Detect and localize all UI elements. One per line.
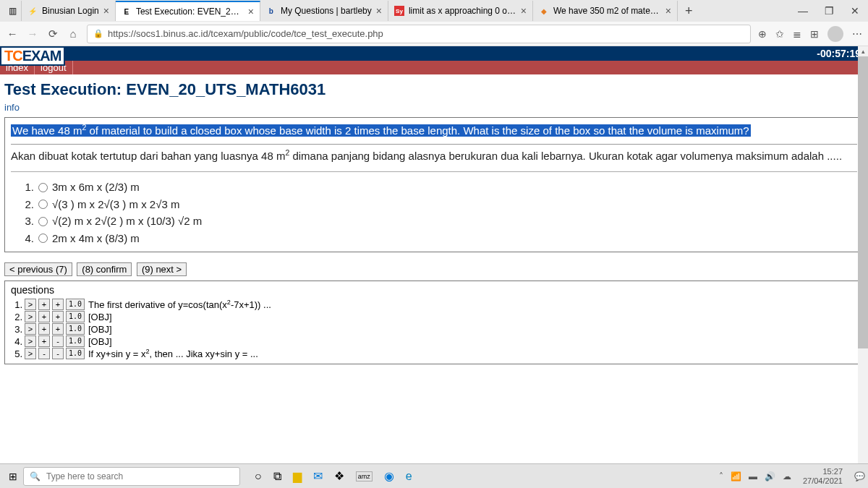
refresh-icon[interactable]: ⟳: [46, 27, 59, 40]
status-b-button[interactable]: -: [52, 348, 64, 359]
status-b-button[interactable]: +: [52, 323, 64, 335]
question-id: Akan dibuat kotak tertutup dari bahan ya…: [11, 144, 857, 165]
option-3-radio[interactable]: [38, 217, 48, 226]
points-button[interactable]: 1.0: [66, 299, 85, 310]
forward-icon[interactable]: →: [26, 27, 39, 40]
question-preview: [OBJ]: [88, 324, 112, 335]
goto-question-button[interactable]: >: [25, 323, 36, 335]
app-menu-icon[interactable]: ▥: [4, 1, 22, 21]
edge-icon[interactable]: e: [406, 470, 412, 483]
status-a-button[interactable]: +: [38, 299, 50, 310]
question-box: We have 48 m2 of material to build a clo…: [4, 117, 864, 252]
search-placeholder: Type here to search: [46, 471, 123, 481]
question-preview: [OBJ]: [88, 336, 112, 347]
page: TCEXAM -00:57:19 index logout Test Execu…: [0, 46, 868, 367]
goto-question-button[interactable]: >: [25, 311, 36, 322]
status-a-button[interactable]: -: [38, 348, 50, 359]
dropbox-icon[interactable]: ❖: [334, 469, 344, 483]
previous-button[interactable]: < previous (7): [4, 262, 72, 276]
more-icon[interactable]: ⋯: [852, 28, 862, 40]
new-tab-button[interactable]: +: [678, 4, 700, 19]
wifi-icon[interactable]: 📶: [731, 471, 741, 481]
volume-icon[interactable]: 🔊: [765, 471, 775, 481]
taskbar-apps: ○ ⧉ ▆ ✉ ❖ amz ◉ e: [255, 469, 412, 483]
points-button[interactable]: 1.0: [66, 348, 85, 359]
address-bar[interactable]: 🔒 https://socs1.binus.ac.id/tcexam/publi…: [87, 25, 751, 43]
status-a-button[interactable]: +: [38, 311, 50, 322]
close-icon[interactable]: ×: [521, 5, 527, 17]
option-4-radio[interactable]: [38, 234, 48, 243]
option-2-radio[interactable]: [38, 200, 48, 209]
close-icon[interactable]: ×: [248, 6, 254, 17]
mail-icon[interactable]: ✉: [313, 469, 323, 483]
points-button[interactable]: 1.0: [66, 311, 85, 322]
question-preview: The first derivative of y=cos(tan(x2-7x+…: [88, 299, 271, 310]
favorite-icon[interactable]: ✩: [775, 28, 784, 40]
question-preview: [OBJ]: [88, 312, 112, 322]
home-icon[interactable]: ⌂: [67, 27, 80, 40]
goto-question-button[interactable]: >: [25, 299, 36, 310]
question-row: 1.>++1.0The first derivative of y=cos(ta…: [11, 299, 857, 310]
back-icon[interactable]: ←: [6, 27, 19, 40]
tab-binusian[interactable]: ⚡ Binusian Login ×: [22, 1, 116, 21]
tab-tcexam[interactable]: E Test Execution: EVEN_20_UTS ×: [116, 1, 260, 21]
question-row: 5.>--1.0If xy+sin y = x2, then ... Jika …: [11, 348, 857, 359]
notifications-icon[interactable]: 💬: [854, 471, 865, 481]
status-a-button[interactable]: +: [38, 323, 50, 335]
cortana-icon[interactable]: ○: [255, 470, 262, 483]
amazon-icon[interactable]: amz: [356, 471, 373, 481]
points-button[interactable]: 1.0: [66, 323, 85, 335]
search-icon: 🔍: [30, 471, 41, 481]
points-button[interactable]: 1.0: [66, 335, 85, 347]
confirm-button[interactable]: (8) confirm: [77, 262, 132, 276]
scrollbar-thumb[interactable]: [858, 56, 868, 348]
taskbar: ⊞ 🔍 Type here to search ○ ⧉ ▆ ✉ ❖ amz ◉ …: [0, 463, 868, 488]
question-row: 2.>++1.0[OBJ]: [11, 311, 857, 322]
favicon-b: b: [266, 6, 276, 16]
window-controls: — ❐ ✕: [790, 5, 868, 17]
onedrive-icon[interactable]: ☁: [783, 471, 791, 481]
status-b-button[interactable]: -: [52, 335, 64, 347]
questions-list: questions 1.>++1.0The first derivative o…: [4, 281, 864, 364]
start-button[interactable]: ⊞: [3, 471, 23, 482]
explorer-icon[interactable]: ▆: [293, 469, 302, 483]
close-icon[interactable]: ×: [103, 5, 109, 17]
info-link[interactable]: info: [4, 102, 864, 113]
status-b-button[interactable]: +: [52, 311, 64, 322]
close-icon[interactable]: ×: [376, 5, 382, 17]
profile-avatar[interactable]: [827, 26, 843, 42]
vertical-scrollbar[interactable]: ▴: [858, 46, 868, 463]
scroll-up-icon[interactable]: ▴: [858, 46, 868, 56]
next-button[interactable]: (9) next >: [137, 262, 187, 276]
nav-buttons: < previous (7) (8) confirm (9) next >: [3, 262, 864, 276]
taskbar-search[interactable]: 🔍 Type here to search: [23, 467, 240, 486]
reading-list-icon[interactable]: ≣: [793, 28, 801, 40]
minimize-icon[interactable]: —: [790, 5, 816, 17]
tab-bartleby[interactable]: b My Questions | bartleby ×: [260, 1, 388, 21]
restore-icon[interactable]: ❐: [816, 5, 842, 17]
goto-question-button[interactable]: >: [25, 348, 36, 359]
close-icon[interactable]: ×: [665, 5, 671, 17]
questions-title: questions: [11, 284, 857, 296]
option-1-radio[interactable]: [38, 183, 48, 192]
task-view-icon[interactable]: ⧉: [273, 470, 281, 483]
tab-chegg[interactable]: ◆ We have 350 m2 of material t ×: [533, 1, 678, 21]
favicon-sy: Sy: [394, 6, 404, 16]
status-b-button[interactable]: +: [52, 299, 64, 310]
option-1-label: 3m x 6m x (2/3) m: [52, 179, 140, 196]
collections-icon[interactable]: ⊞: [810, 28, 819, 40]
tray-chevron-icon[interactable]: ˄: [719, 471, 723, 481]
question-en: We have 48 m2 of material to build a clo…: [11, 124, 751, 137]
close-window-icon[interactable]: ✕: [842, 5, 868, 17]
system-tray: ˄ 📶 ▬ 🔊 ☁ 15:27 27/04/2021 💬: [719, 467, 865, 484]
camera-icon[interactable]: ◉: [384, 469, 394, 483]
favicon-chegg: ◆: [539, 6, 549, 16]
status-a-button[interactable]: +: [38, 335, 50, 347]
question-row: 4.>+-1.0[OBJ]: [11, 335, 857, 347]
tab-symbolab[interactable]: Sy limit as x approaching 0 of (e ×: [388, 1, 533, 21]
zoom-icon[interactable]: ⊕: [758, 28, 767, 40]
clock[interactable]: 15:27 27/04/2021: [803, 467, 843, 484]
battery-icon[interactable]: ▬: [749, 471, 757, 481]
tabs-row: ▥ ⚡ Binusian Login × E Test Execution: E…: [0, 0, 868, 22]
goto-question-button[interactable]: >: [25, 335, 36, 347]
